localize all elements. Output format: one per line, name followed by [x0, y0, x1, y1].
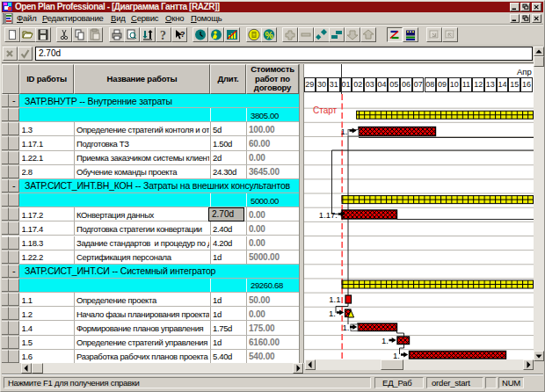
svg-text:1.: 1.	[382, 336, 389, 345]
svg-text:%: %	[265, 30, 274, 40]
svg-text:1.17.: 1.17.	[319, 210, 338, 220]
svg-text:1.: 1.	[343, 323, 350, 332]
svg-text:Старт: Старт	[313, 105, 338, 115]
svg-text:1.: 1.	[341, 127, 348, 136]
svg-text:?: ?	[160, 29, 166, 41]
svg-text:?: ?	[180, 30, 185, 39]
svg-text:1.: 1.	[329, 309, 336, 318]
svg-text:1.1: 1.1	[329, 294, 340, 304]
svg-text:1.: 1.	[393, 351, 400, 360]
